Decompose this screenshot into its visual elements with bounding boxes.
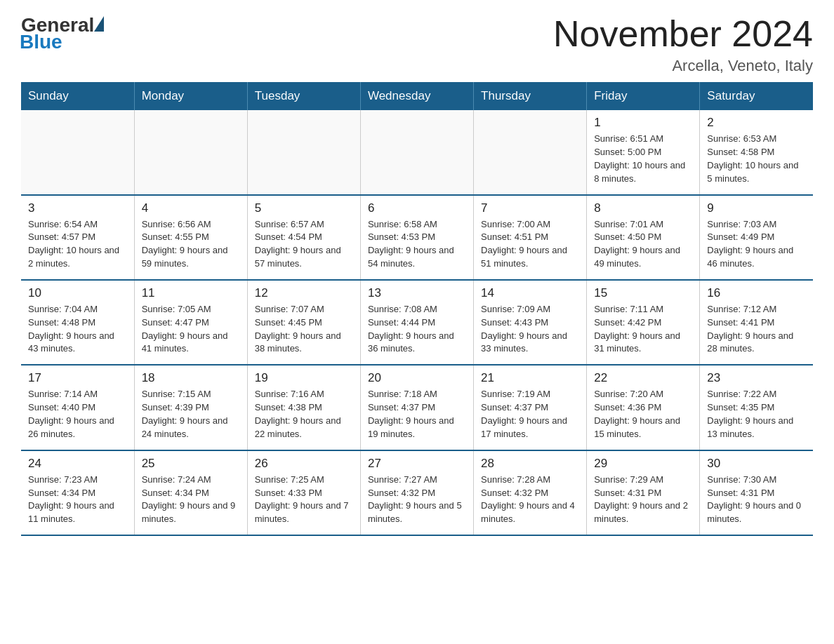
day-info: Sunrise: 6:58 AMSunset: 4:53 PMDaylight:…	[368, 218, 466, 271]
calendar-cell: 16Sunrise: 7:12 AMSunset: 4:41 PMDayligh…	[700, 280, 813, 365]
day-info: Sunrise: 7:00 AMSunset: 4:51 PMDaylight:…	[481, 218, 579, 271]
calendar-header: SundayMondayTuesdayWednesdayThursdayFrid…	[21, 82, 813, 110]
calendar-cell	[134, 110, 247, 194]
calendar-cell: 20Sunrise: 7:18 AMSunset: 4:37 PMDayligh…	[360, 365, 473, 450]
calendar-title-block: November 2024 Arcella, Veneto, Italy	[553, 14, 813, 75]
day-number: 30	[707, 457, 806, 471]
day-number: 29	[594, 457, 692, 471]
calendar-cell: 3Sunrise: 6:54 AMSunset: 4:57 PMDaylight…	[21, 195, 134, 280]
day-number: 17	[28, 371, 127, 385]
day-info: Sunrise: 7:04 AMSunset: 4:48 PMDaylight:…	[28, 303, 127, 356]
day-info: Sunrise: 7:22 AMSunset: 4:35 PMDaylight:…	[707, 388, 806, 441]
day-number: 5	[255, 201, 353, 215]
day-info: Sunrise: 6:57 AMSunset: 4:54 PMDaylight:…	[255, 218, 353, 271]
calendar-cell: 21Sunrise: 7:19 AMSunset: 4:37 PMDayligh…	[474, 365, 587, 450]
calendar-cell: 15Sunrise: 7:11 AMSunset: 4:42 PMDayligh…	[587, 280, 700, 365]
calendar-cell: 23Sunrise: 7:22 AMSunset: 4:35 PMDayligh…	[700, 365, 813, 450]
weekday-header-row: SundayMondayTuesdayWednesdayThursdayFrid…	[21, 82, 813, 110]
calendar-cell: 26Sunrise: 7:25 AMSunset: 4:33 PMDayligh…	[247, 450, 360, 535]
calendar-cell: 4Sunrise: 6:56 AMSunset: 4:55 PMDaylight…	[134, 195, 247, 280]
calendar-week-row: 24Sunrise: 7:23 AMSunset: 4:34 PMDayligh…	[21, 450, 813, 535]
calendar-cell: 18Sunrise: 7:15 AMSunset: 4:39 PMDayligh…	[134, 365, 247, 450]
day-number: 22	[594, 371, 692, 385]
weekday-header-monday: Monday	[134, 82, 247, 110]
calendar-cell: 8Sunrise: 7:01 AMSunset: 4:50 PMDaylight…	[587, 195, 700, 280]
page-header: General Blue November 2024 Arcella, Vene…	[21, 14, 813, 75]
calendar-week-row: 3Sunrise: 6:54 AMSunset: 4:57 PMDaylight…	[21, 195, 813, 280]
weekday-header-friday: Friday	[587, 82, 700, 110]
day-number: 26	[255, 457, 353, 471]
logo-blue-text: Blue	[20, 31, 62, 53]
calendar-cell: 13Sunrise: 7:08 AMSunset: 4:44 PMDayligh…	[360, 280, 473, 365]
calendar-cell: 5Sunrise: 6:57 AMSunset: 4:54 PMDaylight…	[247, 195, 360, 280]
calendar-cell: 6Sunrise: 6:58 AMSunset: 4:53 PMDaylight…	[360, 195, 473, 280]
day-info: Sunrise: 7:29 AMSunset: 4:31 PMDaylight:…	[594, 474, 692, 526]
calendar-cell: 2Sunrise: 6:53 AMSunset: 4:58 PMDaylight…	[700, 110, 813, 194]
day-number: 20	[368, 371, 466, 385]
calendar-cell	[360, 110, 473, 194]
calendar-subtitle: Arcella, Veneto, Italy	[553, 57, 813, 75]
day-info: Sunrise: 7:12 AMSunset: 4:41 PMDaylight:…	[707, 303, 806, 356]
weekday-header-wednesday: Wednesday	[360, 82, 473, 110]
day-number: 1	[594, 116, 692, 130]
calendar-cell: 14Sunrise: 7:09 AMSunset: 4:43 PMDayligh…	[474, 280, 587, 365]
weekday-header-thursday: Thursday	[474, 82, 587, 110]
calendar-cell: 12Sunrise: 7:07 AMSunset: 4:45 PMDayligh…	[247, 280, 360, 365]
calendar-cell: 22Sunrise: 7:20 AMSunset: 4:36 PMDayligh…	[587, 365, 700, 450]
day-number: 14	[481, 286, 579, 300]
calendar-cell	[21, 110, 134, 194]
day-number: 6	[368, 201, 466, 215]
calendar-cell: 17Sunrise: 7:14 AMSunset: 4:40 PMDayligh…	[21, 365, 134, 450]
day-info: Sunrise: 6:51 AMSunset: 5:00 PMDaylight:…	[594, 133, 692, 185]
calendar-cell: 29Sunrise: 7:29 AMSunset: 4:31 PMDayligh…	[587, 450, 700, 535]
day-number: 18	[142, 371, 240, 385]
day-number: 13	[368, 286, 466, 300]
weekday-header-tuesday: Tuesday	[247, 82, 360, 110]
calendar-cell: 10Sunrise: 7:04 AMSunset: 4:48 PMDayligh…	[21, 280, 134, 365]
day-info: Sunrise: 6:53 AMSunset: 4:58 PMDaylight:…	[707, 133, 806, 185]
day-info: Sunrise: 7:15 AMSunset: 4:39 PMDaylight:…	[142, 388, 240, 441]
day-info: Sunrise: 7:14 AMSunset: 4:40 PMDaylight:…	[28, 388, 127, 441]
day-info: Sunrise: 7:27 AMSunset: 4:32 PMDaylight:…	[368, 474, 466, 526]
day-number: 12	[255, 286, 353, 300]
day-info: Sunrise: 7:30 AMSunset: 4:31 PMDaylight:…	[707, 474, 806, 526]
day-number: 19	[255, 371, 353, 385]
day-number: 21	[481, 371, 579, 385]
calendar-week-row: 1Sunrise: 6:51 AMSunset: 5:00 PMDaylight…	[21, 110, 813, 194]
day-number: 2	[707, 116, 806, 130]
day-info: Sunrise: 7:05 AMSunset: 4:47 PMDaylight:…	[142, 303, 240, 356]
day-info: Sunrise: 7:07 AMSunset: 4:45 PMDaylight:…	[255, 303, 353, 356]
day-number: 3	[28, 201, 127, 215]
calendar-week-row: 17Sunrise: 7:14 AMSunset: 4:40 PMDayligh…	[21, 365, 813, 450]
weekday-header-sunday: Sunday	[21, 82, 134, 110]
day-info: Sunrise: 7:01 AMSunset: 4:50 PMDaylight:…	[594, 218, 692, 271]
day-info: Sunrise: 7:11 AMSunset: 4:42 PMDaylight:…	[594, 303, 692, 356]
day-number: 11	[142, 286, 240, 300]
day-number: 27	[368, 457, 466, 471]
weekday-header-saturday: Saturday	[700, 82, 813, 110]
day-number: 16	[707, 286, 806, 300]
calendar-cell	[247, 110, 360, 194]
calendar-cell: 27Sunrise: 7:27 AMSunset: 4:32 PMDayligh…	[360, 450, 473, 535]
day-number: 25	[142, 457, 240, 471]
day-info: Sunrise: 7:25 AMSunset: 4:33 PMDaylight:…	[255, 474, 353, 526]
day-number: 10	[28, 286, 127, 300]
day-number: 15	[594, 286, 692, 300]
calendar-cell: 28Sunrise: 7:28 AMSunset: 4:32 PMDayligh…	[474, 450, 587, 535]
calendar-cell	[474, 110, 587, 194]
calendar-cell: 7Sunrise: 7:00 AMSunset: 4:51 PMDaylight…	[474, 195, 587, 280]
logo: General Blue	[21, 14, 104, 53]
calendar-cell: 24Sunrise: 7:23 AMSunset: 4:34 PMDayligh…	[21, 450, 134, 535]
calendar-cell: 9Sunrise: 7:03 AMSunset: 4:49 PMDaylight…	[700, 195, 813, 280]
logo-triangle-icon	[94, 16, 104, 32]
day-number: 24	[28, 457, 127, 471]
day-info: Sunrise: 7:08 AMSunset: 4:44 PMDaylight:…	[368, 303, 466, 356]
day-number: 7	[481, 201, 579, 215]
calendar-title: November 2024	[553, 14, 813, 54]
day-number: 23	[707, 371, 806, 385]
day-info: Sunrise: 7:09 AMSunset: 4:43 PMDaylight:…	[481, 303, 579, 356]
day-number: 28	[481, 457, 579, 471]
day-number: 9	[707, 201, 806, 215]
day-info: Sunrise: 7:18 AMSunset: 4:37 PMDaylight:…	[368, 388, 466, 441]
calendar-cell: 1Sunrise: 6:51 AMSunset: 5:00 PMDaylight…	[587, 110, 700, 194]
